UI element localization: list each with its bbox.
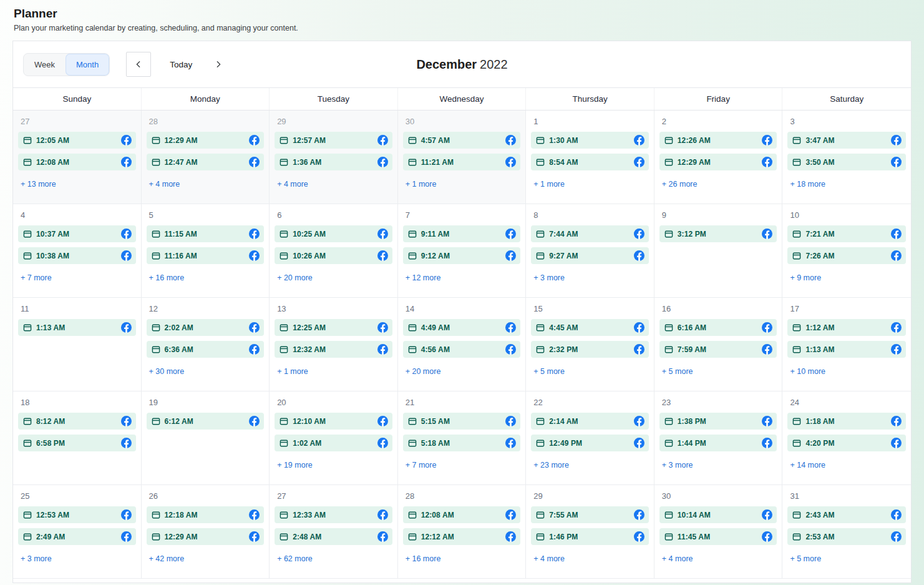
day-cell[interactable]: 122:02 AM6:36 AM+ 30 more bbox=[142, 298, 270, 391]
more-events-link[interactable]: + 26 more bbox=[662, 180, 698, 189]
event-pill[interactable]: 4:20 PM bbox=[787, 435, 906, 451]
event-pill[interactable]: 2:43 AM bbox=[787, 506, 906, 523]
more-events-link[interactable]: + 9 more bbox=[790, 273, 821, 282]
event-pill[interactable]: 6:12 AM bbox=[147, 413, 265, 430]
event-pill[interactable]: 12:08 AM bbox=[403, 506, 521, 523]
day-cell[interactable]: 215:15 AM5:18 AM+ 7 more bbox=[398, 391, 527, 485]
event-pill[interactable]: 6:16 AM bbox=[659, 319, 777, 336]
day-cell[interactable]: 2612:18 AM12:29 AM+ 42 more bbox=[142, 485, 270, 579]
event-pill[interactable]: 3:47 AM bbox=[787, 132, 906, 149]
more-events-link[interactable]: + 3 more bbox=[21, 554, 52, 563]
day-cell[interactable]: 2912:57 AM1:36 AM+ 4 more bbox=[270, 111, 398, 204]
more-events-link[interactable]: + 18 more bbox=[790, 180, 825, 189]
event-pill[interactable]: 12:29 AM bbox=[147, 132, 265, 149]
more-events-link[interactable]: + 30 more bbox=[149, 367, 185, 376]
day-cell[interactable]: 2712:33 AM2:48 AM+ 62 more bbox=[270, 485, 398, 579]
previous-month-button[interactable] bbox=[126, 52, 151, 77]
week-view-button[interactable]: Week bbox=[24, 54, 66, 76]
event-pill[interactable]: 10:25 AM bbox=[275, 225, 392, 242]
day-cell[interactable]: 79:11 AM9:12 AM+ 12 more bbox=[398, 204, 527, 298]
month-view-button[interactable]: Month bbox=[66, 54, 109, 76]
day-cell[interactable]: 111:13 AM bbox=[13, 298, 142, 391]
day-cell[interactable]: 2812:08 AM12:12 AM+ 16 more bbox=[398, 485, 527, 579]
event-pill[interactable]: 7:21 AM bbox=[787, 225, 906, 242]
event-pill[interactable]: 5:15 AM bbox=[403, 413, 521, 430]
event-pill[interactable]: 12:26 AM bbox=[659, 132, 777, 149]
event-pill[interactable]: 10:26 AM bbox=[275, 247, 392, 264]
day-cell[interactable]: 166:16 AM7:59 AM+ 5 more bbox=[654, 298, 783, 391]
event-pill[interactable]: 12:29 AM bbox=[659, 154, 777, 170]
event-pill[interactable]: 11:21 AM bbox=[403, 154, 521, 170]
day-cell[interactable]: 511:15 AM11:16 AM+ 16 more bbox=[142, 204, 270, 298]
more-events-link[interactable]: + 7 more bbox=[406, 461, 437, 469]
event-pill[interactable]: 9:27 AM bbox=[531, 247, 649, 264]
more-events-link[interactable]: + 4 more bbox=[277, 180, 308, 189]
event-pill[interactable]: 1:36 AM bbox=[275, 154, 392, 170]
more-events-link[interactable]: + 20 more bbox=[277, 273, 313, 282]
event-pill[interactable]: 12:10 AM bbox=[275, 413, 392, 430]
event-pill[interactable]: 8:54 AM bbox=[531, 154, 649, 170]
day-cell[interactable]: 87:44 AM9:27 AM+ 3 more bbox=[526, 204, 654, 298]
next-month-button[interactable] bbox=[213, 59, 223, 69]
day-cell[interactable]: 297:55 AM1:46 PM+ 4 more bbox=[526, 485, 654, 579]
event-pill[interactable]: 11:15 AM bbox=[147, 225, 265, 242]
more-events-link[interactable]: + 1 more bbox=[277, 367, 308, 376]
more-events-link[interactable]: + 5 more bbox=[662, 367, 693, 376]
event-pill[interactable]: 9:11 AM bbox=[403, 225, 521, 242]
more-events-link[interactable]: + 7 more bbox=[21, 273, 52, 282]
day-cell[interactable]: 107:21 AM7:26 AM+ 9 more bbox=[782, 204, 911, 298]
event-pill[interactable]: 12:12 AM bbox=[403, 528, 521, 545]
event-pill[interactable]: 7:44 AM bbox=[531, 225, 649, 242]
event-pill[interactable]: 1:38 PM bbox=[659, 413, 777, 430]
event-pill[interactable]: 2:14 AM bbox=[531, 413, 649, 430]
day-cell[interactable]: 304:57 AM11:21 AM+ 1 more bbox=[398, 111, 527, 204]
event-pill[interactable]: 6:58 PM bbox=[18, 435, 136, 451]
more-events-link[interactable]: + 42 more bbox=[149, 554, 185, 563]
more-events-link[interactable]: + 5 more bbox=[790, 554, 821, 563]
event-pill[interactable]: 2:48 AM bbox=[275, 528, 392, 545]
day-cell[interactable]: 93:12 PM bbox=[654, 204, 783, 298]
day-cell[interactable]: 231:38 PM1:44 PM+ 3 more bbox=[654, 391, 783, 485]
more-events-link[interactable]: + 13 more bbox=[21, 180, 56, 189]
day-cell[interactable]: 154:45 AM2:32 PM+ 5 more bbox=[526, 298, 654, 391]
event-pill[interactable]: 3:50 AM bbox=[787, 154, 906, 170]
event-pill[interactable]: 4:57 AM bbox=[403, 132, 521, 149]
event-pill[interactable]: 3:12 PM bbox=[659, 225, 777, 242]
more-events-link[interactable]: + 3 more bbox=[533, 273, 565, 282]
event-pill[interactable]: 12:08 AM bbox=[18, 154, 136, 170]
day-cell[interactable]: 188:12 AM6:58 PM bbox=[13, 391, 142, 485]
event-pill[interactable]: 4:49 AM bbox=[403, 319, 521, 336]
more-events-link[interactable]: + 3 more bbox=[662, 461, 693, 469]
more-events-link[interactable]: + 20 more bbox=[406, 367, 441, 376]
day-cell[interactable]: 196:12 AM bbox=[142, 391, 270, 485]
day-cell[interactable]: 610:25 AM10:26 AM+ 20 more bbox=[270, 204, 398, 298]
event-pill[interactable]: 12:49 PM bbox=[531, 435, 649, 451]
event-pill[interactable]: 7:26 AM bbox=[787, 247, 906, 264]
day-cell[interactable]: 241:18 AM4:20 PM+ 14 more bbox=[782, 391, 911, 485]
event-pill[interactable]: 11:16 AM bbox=[147, 247, 265, 264]
day-cell[interactable]: 222:14 AM12:49 PM+ 23 more bbox=[526, 391, 654, 485]
event-pill[interactable]: 1:18 AM bbox=[787, 413, 906, 430]
event-pill[interactable]: 4:45 AM bbox=[531, 319, 649, 336]
more-events-link[interactable]: + 16 more bbox=[149, 273, 185, 282]
event-pill[interactable]: 12:33 AM bbox=[275, 506, 392, 523]
day-cell[interactable]: 2512:53 AM2:49 AM+ 3 more bbox=[13, 485, 142, 579]
event-pill[interactable]: 5:18 AM bbox=[403, 435, 521, 451]
event-pill[interactable]: 1:44 PM bbox=[659, 435, 777, 451]
event-pill[interactable]: 1:12 AM bbox=[787, 319, 906, 336]
day-cell[interactable]: 11:30 AM8:54 AM+ 1 more bbox=[526, 111, 654, 204]
day-cell[interactable]: 410:37 AM10:38 AM+ 7 more bbox=[13, 204, 142, 298]
more-events-link[interactable]: + 4 more bbox=[149, 180, 180, 189]
event-pill[interactable]: 4:56 AM bbox=[403, 341, 521, 358]
more-events-link[interactable]: + 19 more bbox=[277, 461, 313, 469]
event-pill[interactable]: 12:29 AM bbox=[147, 528, 265, 545]
day-cell[interactable]: 2012:10 AM1:02 AM+ 19 more bbox=[270, 391, 398, 485]
more-events-link[interactable]: + 1 more bbox=[533, 180, 565, 189]
more-events-link[interactable]: + 5 more bbox=[533, 367, 565, 376]
more-events-link[interactable]: + 16 more bbox=[406, 554, 441, 563]
event-pill[interactable]: 2:49 AM bbox=[18, 528, 136, 545]
event-pill[interactable]: 12:47 AM bbox=[147, 154, 265, 170]
more-events-link[interactable]: + 62 more bbox=[277, 554, 313, 563]
more-events-link[interactable]: + 14 more bbox=[790, 461, 825, 469]
event-pill[interactable]: 12:53 AM bbox=[18, 506, 136, 523]
